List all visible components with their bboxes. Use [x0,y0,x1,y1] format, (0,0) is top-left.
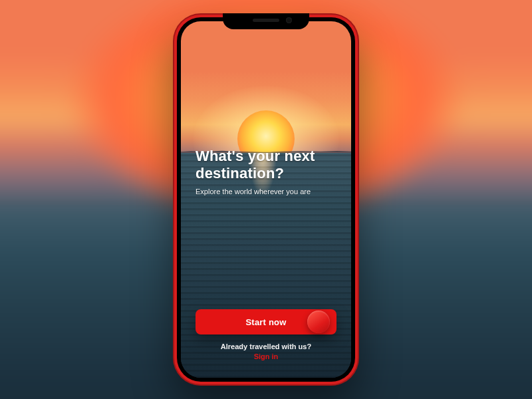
signin-prompt: Already travelled with us? [221,342,311,350]
signin-row: Already travelled with us? Sign in [221,342,311,360]
hero: What's your next destination? Explore th… [181,148,351,196]
hero-title: What's your next destination? [196,148,336,182]
phone-mockup: What's your next destination? Explore th… [173,13,359,386]
hero-title-line2: destination? [196,165,336,182]
speaker-icon [253,19,279,22]
phone-notch [223,13,309,29]
phone-screen: What's your next destination? Explore th… [181,21,351,378]
slider-knob-icon[interactable] [307,311,330,333]
start-now-button[interactable]: Start now [196,309,336,334]
camera-icon [286,17,292,23]
start-now-label: Start now [245,317,286,327]
hero-subtitle: Explore the world wherever you are [196,188,336,196]
hero-title-line1: What's your next [196,148,315,164]
sign-in-link[interactable]: Sign in [221,352,311,360]
onboarding-content: What's your next destination? Explore th… [181,21,351,378]
cta-zone: Start now Already travelled with us? Sig… [181,309,351,378]
